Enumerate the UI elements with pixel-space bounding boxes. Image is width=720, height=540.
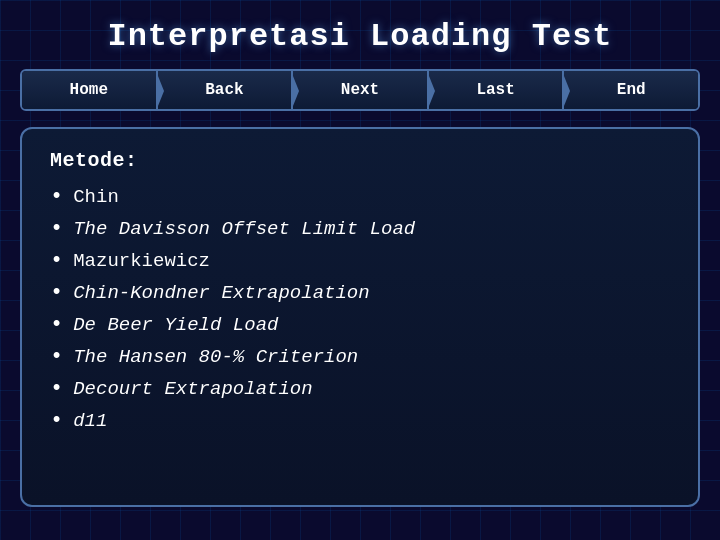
list-item: • The Hansen 80-% Criterion [50,346,670,368]
last-button[interactable]: Last [429,71,565,109]
content-panel: Metode: • Chin • The Davisson Offset Lim… [20,127,700,507]
bullet-icon: • [50,250,63,272]
list-item: • The Davisson Offset Limit Load [50,218,670,240]
bullet-icon: • [50,282,63,304]
back-button[interactable]: Back [158,71,294,109]
list-item: • Mazurkiewicz [50,250,670,272]
bullet-icon: • [50,346,63,368]
method-text: De Beer Yield Load [73,314,278,336]
bullet-icon: • [50,218,63,240]
end-button[interactable]: End [564,71,698,109]
list-item: • d11 [50,410,670,432]
list-item: • Decourt Extrapolation [50,378,670,400]
list-item: • De Beer Yield Load [50,314,670,336]
method-text: Mazurkiewicz [73,250,210,272]
method-text: d11 [73,410,107,432]
method-text: The Hansen 80-% Criterion [73,346,358,368]
method-text: The Davisson Offset Limit Load [73,218,415,240]
home-button[interactable]: Home [22,71,158,109]
bullet-icon: • [50,314,63,336]
method-text: Chin [73,186,119,208]
list-item: • Chin [50,186,670,208]
method-list: • Chin • The Davisson Offset Limit Load … [50,186,670,432]
bullet-icon: • [50,378,63,400]
page-title: Interpretasi Loading Test [0,0,720,69]
metode-label: Metode: [50,149,670,172]
method-text: Decourt Extrapolation [73,378,312,400]
next-button[interactable]: Next [293,71,429,109]
bullet-icon: • [50,186,63,208]
list-item: • Chin-Kondner Extrapolation [50,282,670,304]
bullet-icon: • [50,410,63,432]
method-text: Chin-Kondner Extrapolation [73,282,369,304]
navigation-bar: Home Back Next Last End [20,69,700,111]
